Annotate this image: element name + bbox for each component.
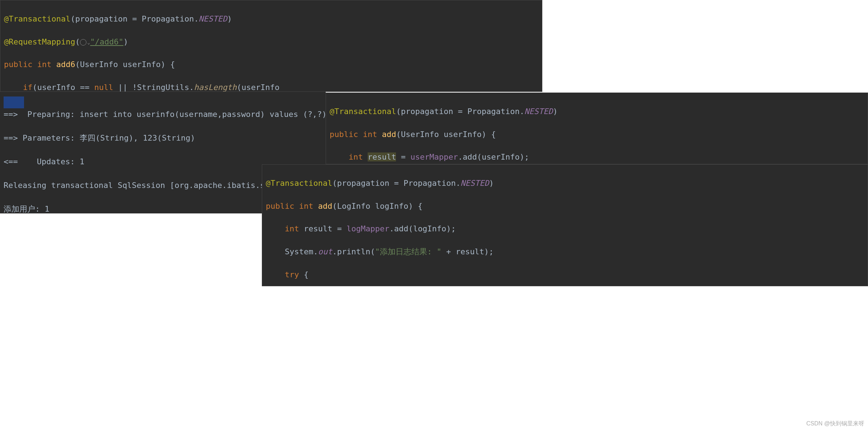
- globe-icon: [80, 39, 86, 46]
- code-add-user: @Transactional(propagation = Propagation…: [326, 93, 868, 164]
- annotation-transactional: @Transactional: [4, 14, 70, 23]
- method-name: add: [318, 202, 332, 211]
- selection-highlight: [4, 96, 24, 108]
- code-add-log: @Transactional(propagation = Propagation…: [262, 164, 868, 286]
- method-name: add6: [56, 60, 75, 69]
- code-add6: @Transactional(propagation = Propagation…: [0, 0, 542, 92]
- log-line: ==> Parameters: 李四(String), 123(String): [4, 132, 322, 144]
- csdn-watermark: CSDN @快到锅里来呀: [806, 420, 864, 428]
- method-name: add: [382, 130, 396, 139]
- log-line: ==> Preparing: insert into userinfo(user…: [4, 108, 322, 120]
- annotation-transactional: @Transactional: [330, 107, 396, 116]
- annotation-requestmapping: @RequestMapping: [4, 37, 75, 46]
- annotation-transactional: @Transactional: [266, 179, 332, 188]
- highlight-result: result: [368, 152, 396, 161]
